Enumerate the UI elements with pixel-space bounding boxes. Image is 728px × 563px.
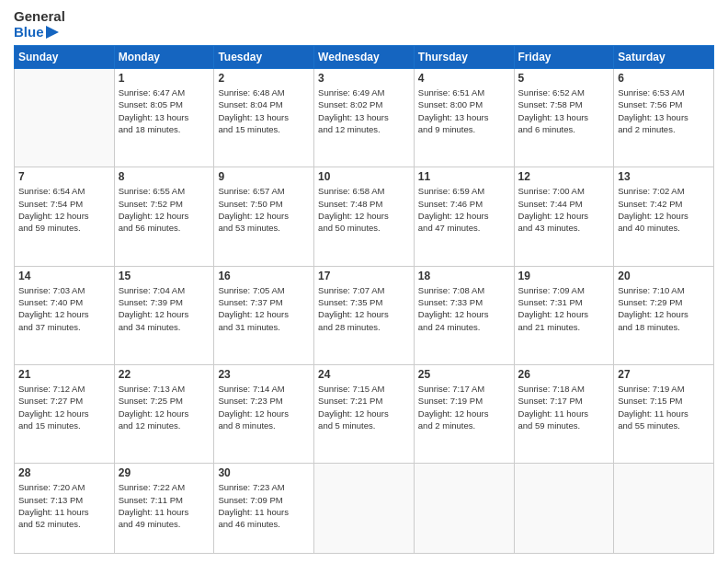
calendar-cell: 10Sunrise: 6:58 AM Sunset: 7:48 PM Dayli…	[314, 167, 415, 266]
day-info: Sunrise: 6:52 AM Sunset: 7:58 PM Dayligh…	[518, 86, 610, 135]
day-info: Sunrise: 6:59 AM Sunset: 7:46 PM Dayligh…	[418, 185, 510, 234]
calendar-cell: 6Sunrise: 6:53 AM Sunset: 7:56 PM Daylig…	[614, 69, 714, 167]
calendar-cell: 30Sunrise: 7:23 AM Sunset: 7:09 PM Dayli…	[214, 464, 314, 554]
calendar-cell: 3Sunrise: 6:49 AM Sunset: 8:02 PM Daylig…	[314, 69, 415, 167]
svg-marker-0	[46, 26, 59, 39]
header: General Blue	[14, 9, 714, 40]
day-number: 20	[618, 270, 710, 282]
calendar-week-3: 14Sunrise: 7:03 AM Sunset: 7:40 PM Dayli…	[15, 266, 714, 364]
weekday-header-tuesday: Tuesday	[214, 46, 314, 69]
calendar-cell: 21Sunrise: 7:12 AM Sunset: 7:27 PM Dayli…	[15, 365, 115, 464]
day-number: 18	[418, 270, 510, 282]
calendar-cell: 19Sunrise: 7:09 AM Sunset: 7:31 PM Dayli…	[514, 266, 614, 364]
calendar-cell	[614, 464, 714, 554]
calendar-week-4: 21Sunrise: 7:12 AM Sunset: 7:27 PM Dayli…	[15, 365, 714, 464]
calendar-cell: 18Sunrise: 7:08 AM Sunset: 7:33 PM Dayli…	[414, 266, 514, 364]
logo: General Blue	[14, 9, 65, 40]
day-number: 5	[518, 72, 610, 85]
calendar-week-2: 7Sunrise: 6:54 AM Sunset: 7:54 PM Daylig…	[15, 167, 714, 266]
weekday-header-monday: Monday	[114, 46, 214, 69]
calendar-cell: 28Sunrise: 7:20 AM Sunset: 7:13 PM Dayli…	[15, 464, 115, 554]
day-info: Sunrise: 7:03 AM Sunset: 7:40 PM Dayligh…	[18, 284, 110, 333]
calendar-cell: 29Sunrise: 7:22 AM Sunset: 7:11 PM Dayli…	[114, 464, 214, 554]
day-number: 21	[18, 368, 110, 381]
calendar-week-1: 1Sunrise: 6:47 AM Sunset: 8:05 PM Daylig…	[15, 69, 714, 167]
calendar-cell: 9Sunrise: 6:57 AM Sunset: 7:50 PM Daylig…	[214, 167, 314, 266]
day-info: Sunrise: 7:23 AM Sunset: 7:09 PM Dayligh…	[218, 481, 310, 530]
calendar-cell	[15, 69, 115, 167]
calendar-cell: 8Sunrise: 6:55 AM Sunset: 7:52 PM Daylig…	[114, 167, 214, 266]
day-number: 3	[318, 72, 410, 85]
day-number: 12	[518, 170, 610, 183]
day-number: 14	[18, 270, 110, 282]
day-number: 7	[18, 170, 110, 183]
calendar-week-5: 28Sunrise: 7:20 AM Sunset: 7:13 PM Dayli…	[15, 464, 714, 554]
day-info: Sunrise: 6:53 AM Sunset: 7:56 PM Dayligh…	[618, 86, 710, 135]
day-info: Sunrise: 6:57 AM Sunset: 7:50 PM Dayligh…	[218, 185, 310, 234]
calendar-cell: 16Sunrise: 7:05 AM Sunset: 7:37 PM Dayli…	[214, 266, 314, 364]
calendar-cell: 27Sunrise: 7:19 AM Sunset: 7:15 PM Dayli…	[614, 365, 714, 464]
day-number: 4	[418, 72, 510, 85]
day-info: Sunrise: 7:22 AM Sunset: 7:11 PM Dayligh…	[119, 481, 210, 530]
day-info: Sunrise: 7:02 AM Sunset: 7:42 PM Dayligh…	[618, 185, 710, 234]
calendar-cell: 2Sunrise: 6:48 AM Sunset: 8:04 PM Daylig…	[214, 69, 314, 167]
calendar-cell: 13Sunrise: 7:02 AM Sunset: 7:42 PM Dayli…	[614, 167, 714, 266]
day-number: 8	[119, 170, 210, 183]
calendar-cell: 1Sunrise: 6:47 AM Sunset: 8:05 PM Daylig…	[114, 69, 214, 167]
calendar-table: SundayMondayTuesdayWednesdayThursdayFrid…	[14, 45, 714, 554]
day-number: 9	[218, 170, 310, 183]
logo-general-text: General	[14, 9, 65, 25]
day-info: Sunrise: 7:17 AM Sunset: 7:19 PM Dayligh…	[418, 383, 510, 431]
calendar-cell: 11Sunrise: 6:59 AM Sunset: 7:46 PM Dayli…	[414, 167, 514, 266]
day-number: 27	[618, 368, 710, 381]
calendar-cell: 22Sunrise: 7:13 AM Sunset: 7:25 PM Dayli…	[114, 365, 214, 464]
calendar-cell: 12Sunrise: 7:00 AM Sunset: 7:44 PM Dayli…	[514, 167, 614, 266]
weekday-header-wednesday: Wednesday	[314, 46, 415, 69]
day-number: 1	[119, 72, 210, 85]
day-number: 19	[518, 270, 610, 282]
day-number: 10	[318, 170, 410, 183]
calendar-cell	[414, 464, 514, 554]
day-info: Sunrise: 6:54 AM Sunset: 7:54 PM Dayligh…	[18, 185, 110, 234]
weekday-header-thursday: Thursday	[414, 46, 514, 69]
calendar-cell: 26Sunrise: 7:18 AM Sunset: 7:17 PM Dayli…	[514, 365, 614, 464]
day-number: 30	[218, 466, 310, 479]
day-number: 23	[218, 368, 310, 381]
day-info: Sunrise: 7:15 AM Sunset: 7:21 PM Dayligh…	[318, 383, 410, 431]
day-info: Sunrise: 7:18 AM Sunset: 7:17 PM Dayligh…	[518, 383, 610, 431]
day-number: 6	[618, 72, 710, 85]
calendar-cell: 25Sunrise: 7:17 AM Sunset: 7:19 PM Dayli…	[414, 365, 514, 464]
calendar-cell: 17Sunrise: 7:07 AM Sunset: 7:35 PM Dayli…	[314, 266, 415, 364]
day-info: Sunrise: 7:20 AM Sunset: 7:13 PM Dayligh…	[18, 481, 110, 530]
day-info: Sunrise: 6:48 AM Sunset: 8:04 PM Dayligh…	[218, 86, 310, 135]
weekday-header-sunday: Sunday	[15, 46, 115, 69]
calendar-cell: 24Sunrise: 7:15 AM Sunset: 7:21 PM Dayli…	[314, 365, 415, 464]
calendar-cell: 15Sunrise: 7:04 AM Sunset: 7:39 PM Dayli…	[114, 266, 214, 364]
calendar-cell: 23Sunrise: 7:14 AM Sunset: 7:23 PM Dayli…	[214, 365, 314, 464]
day-number: 28	[18, 466, 110, 479]
day-info: Sunrise: 7:08 AM Sunset: 7:33 PM Dayligh…	[418, 284, 510, 333]
calendar-cell: 5Sunrise: 6:52 AM Sunset: 7:58 PM Daylig…	[514, 69, 614, 167]
calendar-cell: 20Sunrise: 7:10 AM Sunset: 7:29 PM Dayli…	[614, 266, 714, 364]
day-number: 11	[418, 170, 510, 183]
day-number: 2	[218, 72, 310, 85]
calendar-cell: 14Sunrise: 7:03 AM Sunset: 7:40 PM Dayli…	[15, 266, 115, 364]
day-info: Sunrise: 7:05 AM Sunset: 7:37 PM Dayligh…	[218, 284, 310, 333]
day-info: Sunrise: 6:49 AM Sunset: 8:02 PM Dayligh…	[318, 86, 410, 135]
logo-blue-text: Blue	[14, 25, 65, 40]
day-number: 17	[318, 270, 410, 282]
day-number: 26	[518, 368, 610, 381]
logo-arrow-icon	[46, 26, 64, 39]
day-info: Sunrise: 6:51 AM Sunset: 8:00 PM Dayligh…	[418, 86, 510, 135]
calendar-cell: 7Sunrise: 6:54 AM Sunset: 7:54 PM Daylig…	[15, 167, 115, 266]
page: General Blue SundayMondayTuesdayWednesda…	[0, 0, 728, 563]
day-info: Sunrise: 6:55 AM Sunset: 7:52 PM Dayligh…	[119, 185, 210, 234]
day-info: Sunrise: 7:04 AM Sunset: 7:39 PM Dayligh…	[119, 284, 210, 333]
calendar-cell	[314, 464, 415, 554]
day-info: Sunrise: 6:47 AM Sunset: 8:05 PM Dayligh…	[119, 86, 210, 135]
day-info: Sunrise: 7:07 AM Sunset: 7:35 PM Dayligh…	[318, 284, 410, 333]
day-info: Sunrise: 6:58 AM Sunset: 7:48 PM Dayligh…	[318, 185, 410, 234]
day-info: Sunrise: 7:00 AM Sunset: 7:44 PM Dayligh…	[518, 185, 610, 234]
weekday-header-friday: Friday	[514, 46, 614, 69]
day-info: Sunrise: 7:13 AM Sunset: 7:25 PM Dayligh…	[119, 383, 210, 431]
